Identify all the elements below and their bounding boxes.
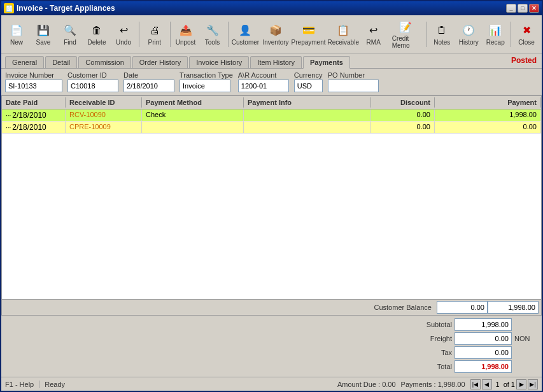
delete-button[interactable]: 🗑 Delete [84,21,109,48]
cell-info-2 [244,122,371,133]
inventory-icon: 📦 [268,23,283,38]
freight-label: Freight [414,335,452,342]
tab-detail[interactable]: Detail [45,56,77,68]
customer-button[interactable]: 👤 Customer [230,21,260,48]
freight-extra: NON [514,335,537,342]
maximize-button[interactable]: □ [518,4,528,13]
total-label: Total [414,363,452,370]
totals-section: Subtotal 1,998.00 Freight 0.00 NON Tax 0… [1,316,542,377]
window-controls: _ □ ✕ [506,4,539,13]
amount-due-text: Amount Due : 0.00 [337,381,396,388]
inventory-button[interactable]: 📦 Inventory [262,21,290,48]
first-page-button[interactable]: |◀ [470,379,481,389]
tab-commission[interactable]: Commission [78,56,131,68]
cell-date-1: ··· 2/18/2010 [2,109,66,121]
po-number-group: PO Number [328,71,379,92]
invoice-number-input[interactable] [5,80,62,92]
freight-row: Freight 0.00 NON [6,332,537,345]
date-input[interactable] [123,80,174,92]
transaction-type-group: Transaction Type [180,71,233,92]
minimize-button[interactable]: _ [506,4,516,13]
subtotal-value: 1,998.00 [455,318,512,331]
tab-invoice-history[interactable]: Invoice History [189,56,249,68]
customer-balance-value1: 0.00 [437,301,488,314]
tabs-bar: General Detail Commission Order History … [1,53,542,69]
credit-memo-button[interactable]: 📝 Credit Memo [388,17,424,51]
next-page-button[interactable]: ▶ [516,379,526,389]
close-label: Close [518,39,535,46]
close-button[interactable]: ✖ Close [514,21,539,48]
undo-button[interactable]: ↩ Undo [111,21,136,48]
prev-page-button[interactable]: ◀ [482,379,492,389]
print-label: Print [148,39,161,46]
customer-balance-label: Customer Balance [369,302,437,312]
receivable-button[interactable]: 📋 Receivable [327,21,360,48]
customer-balance-row: Customer Balance 0.00 1,998.00 [2,299,541,315]
po-number-input[interactable] [328,80,379,92]
tab-order-history[interactable]: Order History [132,56,188,68]
total-row: Total 1,998.00 [6,360,537,373]
find-label: Find [64,39,76,46]
notes-icon: 🗒 [434,23,449,38]
tab-item-history[interactable]: Item History [250,56,302,68]
rma-icon: ↩ [366,23,381,38]
table-row[interactable]: ··· 2/18/2010 CPRE-10009 0.00 0.00 [2,122,541,134]
cell-payment-1: 1,998.00 [435,109,541,121]
title-bar: 🧾 Invoice - Target Appliances _ □ ✕ [1,1,542,15]
ar-account-label: A\R Account [238,71,289,79]
separator-5 [511,22,511,47]
new-label: New [10,39,23,46]
find-button[interactable]: 🔍 Find [57,21,83,48]
page-of: of 1 [504,381,515,388]
separator-3 [228,22,229,47]
col-header-discount: Discount [371,97,435,108]
recap-button[interactable]: 📊 Recap [483,21,508,48]
freight-value: 0.00 [455,332,512,345]
currency-input[interactable] [294,80,323,92]
credit-memo-icon: 📝 [398,19,413,34]
unpost-icon: 📤 [178,23,194,38]
prepayment-button[interactable]: 💳 Prepayment [291,21,325,48]
app-icon: 🧾 [4,3,14,13]
separator-4 [427,22,427,47]
col-header-receivable: Receivable ID [66,97,142,108]
tax-value: 0.00 [455,346,512,359]
cell-discount-2: 0.00 [371,122,435,133]
total-value: 1,998.00 [455,360,512,373]
fields-row: Invoice Number Customer ID Date Transact… [1,69,542,95]
rma-label: RMA [367,39,381,46]
col-header-info: Payment Info [244,97,371,108]
ready-text: Ready [45,381,332,388]
tab-general[interactable]: General [5,56,44,68]
cell-method-2 [142,122,244,133]
print-button[interactable]: 🖨 Print [142,21,167,48]
customer-id-input[interactable] [67,80,118,92]
save-icon: 💾 [36,23,51,38]
notes-button[interactable]: 🗒 Notes [429,21,455,48]
save-button[interactable]: 💾 Save [31,21,56,48]
close-window-button[interactable]: ✕ [529,4,539,13]
rma-button[interactable]: ↩ RMA [361,21,386,48]
receivable-label: Receivable [327,39,358,46]
subtotal-label: Subtotal [414,321,452,328]
tax-row: Tax 0.00 [6,346,537,359]
last-page-button[interactable]: ▶| [528,379,538,389]
ar-account-input[interactable] [238,80,289,92]
cell-method-1: Check [142,109,244,121]
tools-label: Tools [205,39,220,46]
cell-receivable-2: CPRE-10009 [66,122,142,133]
prepayment-label: Prepayment [292,39,326,46]
history-button[interactable]: 🕐 History [456,21,481,48]
unpost-button[interactable]: 📤 Unpost [173,21,199,48]
tools-icon: 🔧 [205,23,220,38]
transaction-type-label: Transaction Type [180,71,233,79]
toolbar: 📄 New 💾 Save 🔍 Find 🗑 Delete ↩ Undo 🖨 Pr… [1,15,542,53]
table-row[interactable]: ··· 2/18/2010 RCV-10090 Check 0.00 1,998… [2,109,541,122]
transaction-type-input[interactable] [180,80,230,92]
cell-date-2: ··· 2/18/2010 [2,122,66,133]
new-button[interactable]: 📄 New [4,21,29,48]
notes-label: Notes [434,39,450,46]
tools-button[interactable]: 🔧 Tools [200,21,225,48]
tab-payments[interactable]: Payments [303,56,350,69]
customer-balance-value2: 1,998.00 [488,301,539,314]
